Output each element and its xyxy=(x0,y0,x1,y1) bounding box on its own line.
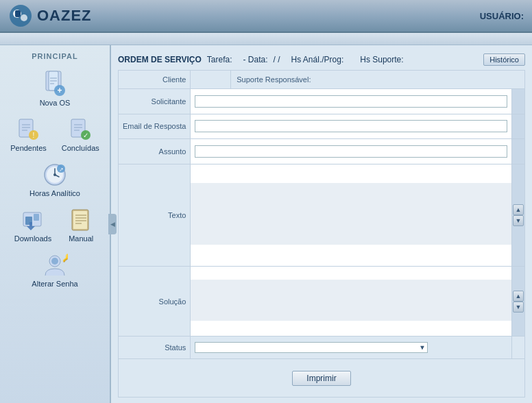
sidebar-label-manual: Manual xyxy=(69,234,93,243)
hs-suporte-label: Hs Suporte: xyxy=(360,55,403,64)
clock-icon: ↗ xyxy=(40,160,69,189)
subheader xyxy=(0,33,532,45)
suporte-label-cell: Suporte Responsável: xyxy=(231,71,525,89)
solicitante-cell xyxy=(191,89,512,114)
sidebar-row-dl-manual: Downloads Manual xyxy=(9,203,101,245)
solucao-textarea[interactable] xyxy=(191,280,511,321)
content: ORDEM DE SERVIÇO Tarefa: - Data: / / Hs … xyxy=(111,45,532,403)
tarefa-label: Tarefa: xyxy=(207,55,232,64)
user-icon: 🔑 xyxy=(40,251,69,280)
cliente-label: Cliente xyxy=(119,71,191,89)
svg-point-27 xyxy=(53,173,56,176)
pending-icon: ! xyxy=(14,115,43,144)
solicitante-label: Solicitante xyxy=(119,89,191,114)
status-label: Status xyxy=(119,336,191,358)
email-cell xyxy=(191,114,512,139)
sidebar-item-manual[interactable]: Manual xyxy=(61,203,101,245)
imprimir-button[interactable]: Imprimir xyxy=(292,371,350,386)
historico-button[interactable]: Histórico xyxy=(483,53,525,66)
svg-text:↗: ↗ xyxy=(58,167,63,173)
download-icon xyxy=(19,206,47,234)
sidebar-item-alterar-senha[interactable]: 🔑 Alterar Senha xyxy=(26,248,83,291)
status-row: Status Aberto Em Andamento Concluído Can… xyxy=(119,336,525,358)
texto-scroll-track: ▲ ▼ xyxy=(512,203,524,228)
solicitante-row: Solicitante xyxy=(119,89,525,114)
solucao-label: Solução xyxy=(119,267,191,337)
collapse-tab[interactable]: ◀ xyxy=(108,214,117,234)
main-layout: PRINCIPAL + Nova OS xyxy=(0,45,532,403)
email-scroll-cell xyxy=(512,114,525,139)
new-doc-icon: + xyxy=(40,70,69,99)
sidebar-row-pend-conc: ! Pendentes ✓ Concluídas xyxy=(5,112,105,155)
assunto-cell xyxy=(191,139,512,164)
logo-area: OAZEZ xyxy=(8,3,92,28)
svg-point-2 xyxy=(21,14,27,21)
logo-text: OAZEZ xyxy=(37,7,92,25)
status-select[interactable]: Aberto Em Andamento Concluído Cancelado xyxy=(195,342,428,353)
sidebar-label-concluidas: Concluídas xyxy=(62,144,99,152)
imprimir-cell: Imprimir xyxy=(119,359,525,398)
sidebar-item-horas-analitico[interactable]: ↗ Horas Analítico xyxy=(24,158,86,200)
assunto-input[interactable] xyxy=(195,145,507,158)
svg-rect-32 xyxy=(34,214,39,221)
header: OAZEZ USUÁRIO: xyxy=(0,0,532,33)
data-value: / / xyxy=(274,55,280,64)
email-label: Email de Resposta xyxy=(119,114,191,139)
form-table: Cliente Suporte Responsável: Solicitante… xyxy=(118,70,525,398)
svg-rect-34 xyxy=(73,211,87,229)
solucao-row: Solução ▲ ▼ xyxy=(119,267,525,337)
cliente-row: Cliente Suporte Responsável: xyxy=(119,71,525,89)
solicitante-scroll-cell xyxy=(512,89,525,114)
solucao-cell xyxy=(191,267,512,337)
email-row: Email de Resposta xyxy=(119,114,525,139)
sidebar-label-pendentes: Pendentes xyxy=(10,144,47,152)
sidebar-item-downloads[interactable]: Downloads xyxy=(9,203,57,245)
header-user: USUÁRIO: xyxy=(480,11,524,21)
status-wrapper: Aberto Em Andamento Concluído Cancelado … xyxy=(195,342,428,353)
svg-rect-3 xyxy=(15,10,21,17)
status-scroll-cell xyxy=(512,336,525,358)
sidebar-item-pendentes[interactable]: ! Pendentes xyxy=(5,112,52,155)
data-label: - Data: xyxy=(243,55,268,64)
svg-text:🔑: 🔑 xyxy=(62,253,68,262)
texto-scrollbar: ▲ ▼ xyxy=(512,164,525,266)
assunto-label: Assunto xyxy=(119,139,191,164)
status-cell: Aberto Em Andamento Concluído Cancelado … xyxy=(191,336,512,358)
sidebar-label-horas-analitico: Horas Analítico xyxy=(29,189,80,197)
sidebar-title: PRINCIPAL xyxy=(32,52,77,60)
texto-row: Texto ▲ ▼ xyxy=(119,164,525,266)
texto-label: Texto xyxy=(119,164,191,266)
solicitante-input[interactable] xyxy=(195,95,507,108)
sidebar: PRINCIPAL + Nova OS xyxy=(0,45,111,403)
hs-anal-label: Hs Anál./Prog: xyxy=(291,55,344,64)
manual-icon xyxy=(66,206,95,234)
texto-cell xyxy=(191,164,512,266)
assunto-row: Assunto xyxy=(119,139,525,164)
sidebar-item-nova-os[interactable]: + Nova OS xyxy=(34,67,76,110)
svg-text:✓: ✓ xyxy=(83,132,88,139)
sidebar-label-nova-os: Nova OS xyxy=(40,99,71,107)
svg-text:+: + xyxy=(57,86,62,95)
sidebar-label-alterar-senha: Alterar Senha xyxy=(32,280,77,288)
assunto-scroll-cell xyxy=(512,139,525,164)
email-input[interactable] xyxy=(195,120,507,132)
imprimir-row: Imprimir xyxy=(119,359,525,398)
order-header: ORDEM DE SERVIÇO Tarefa: - Data: / / Hs … xyxy=(118,51,525,70)
sidebar-item-concluidas[interactable]: ✓ Concluídas xyxy=(56,112,105,155)
logo-icon xyxy=(8,3,33,28)
svg-text:!: ! xyxy=(33,132,35,139)
solucao-scrollbar: ▲ ▼ xyxy=(512,267,525,337)
order-label: ORDEM DE SERVIÇO xyxy=(118,55,202,64)
texto-scroll-down[interactable]: ▼ xyxy=(513,215,524,226)
sidebar-label-downloads: Downloads xyxy=(14,234,51,243)
texto-scroll-up[interactable]: ▲ xyxy=(513,204,524,215)
svg-point-40 xyxy=(51,258,58,265)
cliente-value xyxy=(191,71,231,89)
concluidas-icon: ✓ xyxy=(66,115,95,144)
solucao-scroll-track: ▲ ▼ xyxy=(512,289,524,314)
solucao-scroll-up[interactable]: ▲ xyxy=(513,291,524,302)
solucao-scroll-down[interactable]: ▼ xyxy=(513,302,524,313)
texto-textarea[interactable] xyxy=(191,183,511,245)
